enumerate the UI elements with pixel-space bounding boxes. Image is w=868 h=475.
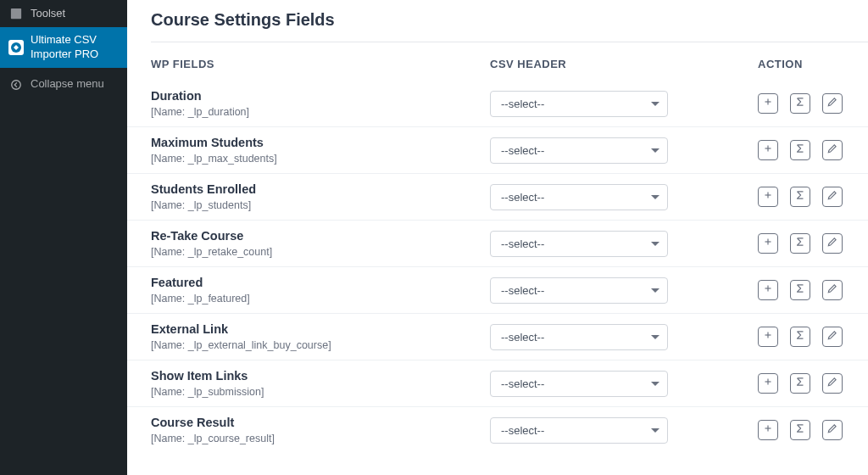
action-cell — [744, 373, 846, 394]
add-static-button[interactable] — [758, 93, 778, 114]
csv-header-select[interactable]: --select-- — [490, 231, 668, 257]
field-label: Maximum Students — [151, 136, 490, 149]
formula-button[interactable] — [790, 280, 810, 300]
edit-icon — [826, 329, 838, 344]
csv-header-select[interactable]: --select-- — [490, 417, 668, 444]
svg-point-2 — [12, 81, 21, 90]
field-row: External Link[Name: _lp_external_link_bu… — [127, 314, 868, 360]
edit-button[interactable] — [822, 93, 843, 114]
sigma-icon — [794, 142, 806, 158]
admin-sidebar: Toolset Ultimate CSV Importer PRO Collap… — [0, 0, 127, 475]
edit-button[interactable] — [822, 373, 843, 394]
wp-field-cell: Students Enrolled[Name: _lp_students] — [151, 182, 490, 211]
plus-icon — [762, 96, 774, 111]
edit-icon — [826, 236, 838, 251]
sidebar-item-csv-importer[interactable]: Ultimate CSV Importer PRO — [0, 27, 127, 68]
field-row: Show Item Links[Name: _lp_submission]--s… — [127, 360, 868, 407]
formula-button[interactable] — [790, 233, 810, 254]
field-meta: [Name: _lp_students] — [151, 199, 490, 211]
csv-header-cell: --select-- — [490, 417, 744, 444]
field-row: Course Result[Name: _lp_course_result]--… — [127, 407, 868, 453]
main-content: Course Settings Fields WP FIELDS CSV HEA… — [127, 0, 868, 475]
csv-header-select[interactable]: --select-- — [490, 137, 668, 164]
csv-header-select[interactable]: --select-- — [490, 371, 668, 397]
wp-field-cell: External Link[Name: _lp_external_link_bu… — [151, 322, 490, 351]
add-static-button[interactable] — [758, 280, 778, 300]
field-meta: [Name: _lp_duration] — [151, 106, 490, 118]
add-static-button[interactable] — [758, 420, 778, 440]
edit-icon — [826, 189, 838, 204]
field-label: Re-Take Course — [151, 229, 490, 243]
csv-header-select[interactable]: --select-- — [490, 91, 668, 117]
csv-header-select[interactable]: --select-- — [490, 324, 668, 350]
wp-field-cell: Maximum Students[Name: _lp_max_students] — [151, 136, 490, 165]
field-row: Re-Take Course[Name: _lp_retake_count]--… — [127, 221, 868, 267]
edit-button[interactable] — [822, 233, 843, 254]
csv-select-wrap: --select-- — [490, 417, 668, 444]
wp-field-cell: Re-Take Course[Name: _lp_retake_count] — [151, 229, 490, 258]
add-static-button[interactable] — [758, 327, 778, 347]
csv-header-select[interactable]: --select-- — [490, 184, 668, 210]
sigma-icon — [794, 282, 806, 298]
sidebar-item-toolset[interactable]: Toolset — [0, 0, 127, 27]
add-static-button[interactable] — [758, 187, 778, 207]
field-row: Students Enrolled[Name: _lp_students]--s… — [127, 174, 868, 221]
field-label: Students Enrolled — [151, 182, 490, 196]
add-static-button[interactable] — [758, 233, 778, 254]
action-cell — [744, 140, 846, 160]
sigma-icon — [794, 376, 806, 391]
formula-button[interactable] — [790, 373, 810, 394]
csv-select-wrap: --select-- — [490, 231, 668, 257]
wp-field-cell: Featured[Name: _lp_featured] — [151, 276, 490, 305]
sidebar-item-collapse[interactable]: Collapse menu — [0, 71, 127, 98]
field-label: Featured — [151, 276, 490, 289]
edit-button[interactable] — [822, 280, 843, 300]
plus-icon — [762, 422, 774, 438]
field-row: Featured[Name: _lp_featured]--select-- — [127, 267, 868, 314]
page-title: Course Settings Fields — [127, 0, 868, 42]
edit-icon — [826, 282, 838, 298]
edit-icon — [826, 376, 838, 391]
field-label: Show Item Links — [151, 369, 490, 383]
field-meta: [Name: _lp_max_students] — [151, 153, 490, 165]
collapse-icon — [8, 77, 24, 92]
formula-button[interactable] — [790, 420, 810, 440]
add-static-button[interactable] — [758, 140, 778, 160]
edit-button[interactable] — [822, 420, 843, 440]
plus-icon — [762, 189, 774, 204]
formula-button[interactable] — [790, 93, 810, 114]
formula-button[interactable] — [790, 140, 810, 160]
add-static-button[interactable] — [758, 373, 778, 394]
formula-button[interactable] — [790, 327, 810, 347]
field-row: Maximum Students[Name: _lp_max_students]… — [127, 127, 868, 174]
action-cell — [744, 93, 846, 114]
action-cell — [744, 187, 846, 207]
plus-icon — [762, 329, 774, 344]
edit-button[interactable] — [822, 140, 843, 160]
formula-button[interactable] — [790, 187, 810, 207]
csv-header-cell: --select-- — [490, 277, 744, 304]
edit-button[interactable] — [822, 327, 843, 347]
csv-header-cell: --select-- — [490, 91, 744, 117]
plus-icon — [762, 376, 774, 391]
csv-header-cell: --select-- — [490, 371, 744, 397]
action-cell — [744, 420, 846, 440]
column-header-csv: CSV HEADER — [490, 58, 744, 70]
sigma-icon — [794, 189, 806, 204]
csv-header-cell: --select-- — [490, 231, 744, 257]
csv-header-select[interactable]: --select-- — [490, 277, 668, 304]
toolset-icon — [8, 6, 24, 21]
csv-header-cell: --select-- — [490, 324, 744, 350]
plus-icon — [762, 282, 774, 298]
column-header-action: ACTION — [744, 58, 846, 70]
csv-select-wrap: --select-- — [490, 137, 668, 164]
plus-icon — [762, 142, 774, 158]
csv-importer-icon — [8, 40, 24, 55]
csv-select-wrap: --select-- — [490, 324, 668, 350]
plus-icon — [762, 236, 774, 251]
sigma-icon — [794, 96, 806, 111]
csv-select-wrap: --select-- — [490, 91, 668, 117]
field-meta: [Name: _lp_course_result] — [151, 433, 490, 444]
sidebar-item-label: Toolset — [31, 7, 119, 21]
edit-button[interactable] — [822, 187, 843, 207]
